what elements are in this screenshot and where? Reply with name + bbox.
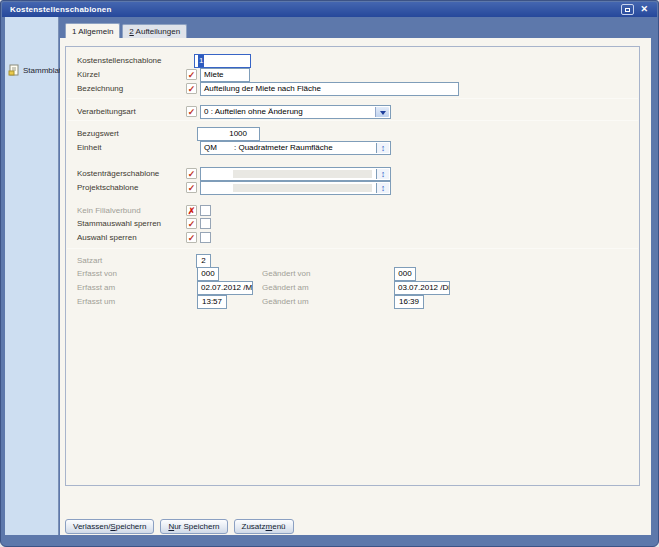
modified-check-icon: ✓ (186, 106, 197, 117)
einheit-code: QM (204, 142, 234, 154)
separator (67, 120, 638, 121)
row-kuerzel: Kürzel ✓ Miete (66, 68, 639, 82)
btn-text: Verlassen/ (73, 522, 110, 531)
btn-text: Zusatz (242, 522, 266, 531)
btn-text: peichern (116, 522, 147, 531)
erfasst-von-field: 000 (197, 267, 219, 281)
row-auswahl-sperren: Auswahl sperren ✓ (66, 231, 639, 245)
row-kein-filialverbund: Kein Filialverbund ✗ (66, 204, 639, 218)
geaendert-von-label: Geändert von (262, 267, 310, 281)
separator (67, 98, 638, 99)
blocked-x-icon: ✗ (186, 205, 197, 216)
restore-glyph (625, 8, 630, 12)
satzart-label: Satzart (77, 254, 102, 268)
bezugswert-label: Bezugswert (77, 127, 119, 141)
main-area: 1 Allgemein 2 Aufteilungen Kostenstellen… (60, 17, 651, 535)
erfasst-am-label: Erfasst am (77, 281, 115, 295)
tab-allgemein[interactable]: 1 Allgemein (65, 23, 120, 38)
button-bar: Verlassen/Speichern Nur Speichern Zusatz… (65, 519, 294, 534)
btn-text: enü (272, 522, 285, 531)
auswahl-sperren-checkbox[interactable] (200, 232, 211, 243)
geaendert-am-label: Geändert am (262, 281, 309, 295)
erfasst-von-label: Erfasst von (77, 267, 117, 281)
erfasst-um-label: Erfasst um (77, 295, 115, 309)
separator (67, 248, 638, 249)
tab-page-allgemein: Kostenstellenschablone 1 Kürzel ✓ Miete … (60, 38, 651, 535)
selected-text: 1 (198, 55, 204, 67)
stammauswahl-sperren-label: Stammauswahl sperren (77, 217, 161, 231)
kostenstellenschablone-label: Kostenstellenschablone (77, 54, 162, 68)
erfasst-um-field: 13:57 (197, 295, 227, 309)
tab-allgemein-label: 1 Allgemein (72, 27, 113, 36)
stammauswahl-sperren-checkbox[interactable] (200, 218, 211, 229)
row-einheit: Einheit QM : Quadratmeter Raumfläche ↕ (66, 141, 639, 155)
auswahl-sperren-label: Auswahl sperren (77, 231, 137, 245)
kostentraegerschablone-label: Kostenträgerschablone (77, 167, 159, 181)
einheit-label: Einheit (77, 141, 101, 155)
btn-text: ur Speichern (174, 522, 219, 531)
modified-check-icon: ✓ (186, 218, 197, 229)
geaendert-am-field: 03.07.2012 /Di (394, 281, 450, 295)
bezugswert-input[interactable]: 1000 (197, 127, 260, 141)
row-satzart: Satzart 2 (66, 254, 639, 268)
restore-window-icon[interactable] (621, 4, 634, 15)
einheit-desc: : Quadratmeter Raumfläche (234, 142, 333, 154)
dropdown-arrow-button[interactable] (375, 107, 389, 117)
modified-check-icon: ✓ (186, 182, 197, 193)
row-kostentraegerschablone: Kostenträgerschablone ✓ ↕ (66, 167, 639, 181)
row-kostenstellenschablone: Kostenstellenschablone 1 (66, 54, 639, 68)
kuerzel-input[interactable]: Miete (200, 68, 250, 82)
kostenstellenschablone-input[interactable]: 1 (194, 54, 251, 68)
kostentraegerschablone-combo[interactable]: ↕ (200, 167, 391, 181)
bezeichnung-input[interactable]: Aufteilung der Miete nach Fläche (200, 82, 459, 96)
row-bezeichnung: Bezeichnung ✓ Aufteilung der Miete nach … (66, 82, 639, 96)
modified-check-icon: ✓ (186, 69, 197, 80)
row-erfasst-am: Erfasst am 02.07.2012 /Mo Geändert am 03… (66, 281, 639, 295)
verarbeitungsart-dropdown[interactable]: 0 : Aufteilen ohne Änderung (200, 105, 391, 119)
tab-aufteilungen-rest: Aufteilungen (134, 27, 180, 36)
zusatzmenu-button[interactable]: Zusatzmenü (234, 519, 294, 534)
erfasst-am-field: 02.07.2012 /Mo (197, 281, 253, 295)
geaendert-von-field: 000 (394, 267, 416, 281)
lookup-updown-button[interactable]: ↕ (376, 169, 389, 179)
sidebar-item-stammblatt[interactable]: Stammblatt (8, 64, 63, 76)
verarbeitungsart-value: 0 : Aufteilen ohne Änderung (204, 106, 303, 118)
modified-check-icon: ✓ (186, 83, 197, 94)
tab-aufteilungen[interactable]: 2 Aufteilungen (122, 24, 187, 38)
sidebar: Stammblatt (5, 17, 59, 535)
combo-placeholder (233, 184, 372, 192)
nur-speichern-button[interactable]: Nur Speichern (160, 519, 227, 534)
geaendert-um-label: Geändert um (262, 295, 309, 309)
projektschablone-label: Projektschablone (77, 181, 138, 195)
modified-check-icon: ✓ (186, 232, 197, 243)
bezeichnung-label: Bezeichnung (77, 82, 123, 96)
btn-accel: m (266, 522, 273, 531)
window-title: Kostenstellenschablonen (10, 5, 112, 14)
chevron-down-icon (380, 111, 386, 118)
verarbeitungsart-label: Verarbeitungsart (77, 105, 136, 119)
row-erfasst-von: Erfasst von 000 Geändert von 000 (66, 267, 639, 281)
row-verarbeitungsart: Verarbeitungsart ✓ 0 : Aufteilen ohne Än… (66, 105, 639, 119)
geaendert-um-field: 16:39 (394, 295, 424, 309)
satzart-field: 2 (196, 254, 211, 268)
row-stammauswahl-sperren: Stammauswahl sperren ✓ (66, 217, 639, 231)
modified-check-icon: ✓ (186, 168, 197, 179)
verlassen-speichern-button[interactable]: Verlassen/Speichern (65, 519, 154, 534)
projektschablone-combo[interactable]: ↕ (200, 181, 391, 195)
row-projektschablone: Projektschablone ✓ ↕ (66, 181, 639, 195)
lookup-updown-button[interactable]: ↕ (376, 143, 389, 153)
row-erfasst-um: Erfasst um 13:57 Geändert um 16:39 (66, 295, 639, 309)
form-panel: Kostenstellenschablone 1 Kürzel ✓ Miete … (65, 46, 640, 486)
kuerzel-label: Kürzel (77, 68, 100, 82)
lookup-updown-button[interactable]: ↕ (376, 183, 389, 193)
stammblatt-icon (8, 64, 20, 76)
close-icon[interactable]: ✕ (640, 4, 648, 15)
einheit-combo[interactable]: QM : Quadratmeter Raumfläche ↕ (200, 141, 391, 155)
combo-placeholder (233, 170, 372, 178)
kein-filialverbund-label: Kein Filialverbund (77, 204, 141, 218)
sidebar-item-label: Stammblatt (23, 66, 63, 75)
app-window: Kostenstellenschablonen ✕ Stammblatt 1 A… (0, 0, 659, 547)
row-bezugswert: Bezugswert 1000 (66, 127, 639, 141)
titlebar[interactable]: Kostenstellenschablonen ✕ (2, 2, 657, 17)
kein-filialverbund-checkbox[interactable] (200, 205, 211, 216)
